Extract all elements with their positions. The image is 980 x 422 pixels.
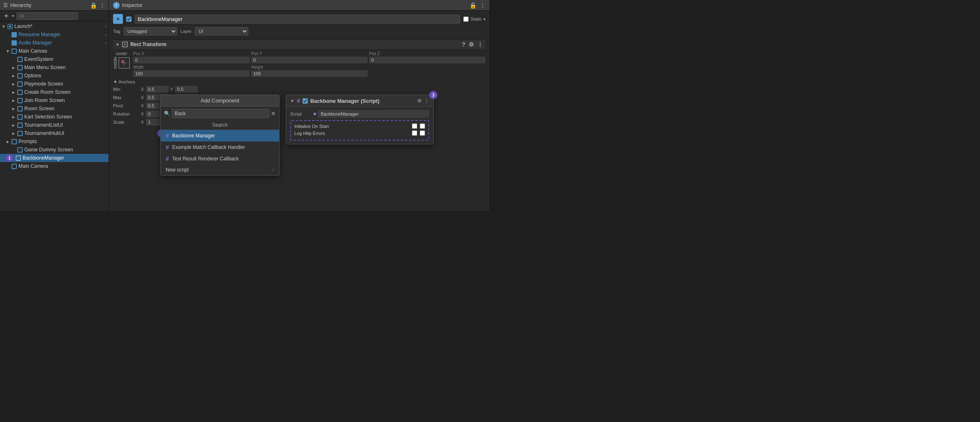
tree-icon-rm <box>11 31 17 38</box>
tree-icon-pr <box>11 138 17 145</box>
tree-icon-opt <box>16 72 23 79</box>
anchor-min-y-input[interactable] <box>175 86 198 93</box>
anchor-max-x-letter: X <box>141 95 145 100</box>
rect-transform-section: ▼ Rect Transform ? ⚙ ⋮ <box>113 39 485 49</box>
ac-search-input[interactable] <box>172 109 269 118</box>
tree-arrow-tl: ► <box>12 123 16 128</box>
pos-z-input[interactable] <box>369 57 485 63</box>
go-active-checkbox[interactable] <box>126 16 132 22</box>
tree-label-tl: TournamentListUI <box>24 122 63 128</box>
anchor-widget[interactable] <box>118 57 130 69</box>
tree-item-backbone-manager[interactable]: 1 BackboneManager <box>0 154 109 162</box>
inspector-header: i Inspector 🔒 ⋮ <box>109 0 490 11</box>
tag-dropdown[interactable]: Untagged <box>124 27 177 35</box>
tree-icon-crs <box>16 89 23 95</box>
tree-icon-tl <box>16 122 23 128</box>
sp-script-label: Script <box>290 111 311 116</box>
tree-label-pr: Prompts <box>18 139 37 144</box>
tree-item-kart-selection[interactable]: ► Kart Selection Screen <box>0 113 109 121</box>
rt-title: Rect Transform <box>130 42 166 47</box>
tree-item-room-screen[interactable]: ► Room Screen <box>0 104 109 113</box>
ac-item-backbone-manager[interactable]: # Backbone Manager <box>161 130 279 141</box>
svg-rect-1 <box>9 26 11 28</box>
tree-arrow-opt: ► <box>12 74 16 78</box>
tree-icon-launch <box>7 23 13 30</box>
hierarchy-more-icon[interactable]: ⋮ <box>99 2 105 9</box>
width-input[interactable] <box>133 70 250 77</box>
svg-rect-7 <box>121 60 124 63</box>
tree-item-tournament-list[interactable]: ► TournamentListUI <box>0 121 109 129</box>
tree-item-join-room-screen[interactable]: ► Join Room Screen <box>0 96 109 104</box>
tree-arrow-ps: ► <box>12 82 16 86</box>
tree-label-rm: Resource Manager <box>18 32 60 37</box>
pos-x-input[interactable] <box>133 57 250 63</box>
tag-layer-row: Tag Untagged Layer UI <box>113 27 485 35</box>
tree-icon-bm <box>15 155 21 161</box>
tree-item-main-canvas[interactable]: ▼ Main Canvas <box>0 47 109 55</box>
tree-item-game-dummy[interactable]: Game Dummy Screen <box>0 146 109 154</box>
tree-label-mms: Main Menu Screen <box>24 65 66 70</box>
sp-script-value: BackboneManager <box>318 110 429 118</box>
sp-checkbox-log2[interactable] <box>420 130 425 136</box>
tree-item-tournament-hub[interactable]: ► TournamentHubUI <box>0 129 109 137</box>
tree-arrow-crs: ► <box>12 90 16 95</box>
rt-more-icon[interactable]: ⋮ <box>477 41 483 48</box>
go-name-input[interactable] <box>135 15 460 23</box>
tree-icon-es <box>16 56 23 63</box>
scale-x-letter: X <box>141 120 145 125</box>
tree-arrow-th: ► <box>12 131 16 136</box>
rt-settings-icon[interactable]: ⚙ <box>469 41 474 48</box>
sp-settings-icon[interactable]: ⚙ <box>417 98 422 104</box>
tree-arrow-launch: ▼ <box>2 24 7 29</box>
hierarchy-search[interactable] <box>16 12 78 20</box>
tree-item-event-system[interactable]: EventSystem <box>0 55 109 63</box>
tree-item-launch[interactable]: ▼ Launch* › <box>0 22 109 30</box>
ac-label-backbone-manager: Backbone Manager <box>172 133 215 139</box>
inspector-more-icon[interactable]: ⋮ <box>480 2 485 9</box>
ac-item-example-match[interactable]: # Example Match Callback Handler <box>161 141 279 153</box>
sp-checkbox-init[interactable] <box>412 123 417 129</box>
tree-label-cam: Main Camera <box>18 163 48 169</box>
tree-label-ks: Kart Selection Screen <box>24 114 72 120</box>
tree-item-options[interactable]: ► Options <box>0 72 109 80</box>
pos-y-input[interactable] <box>251 57 368 63</box>
ac-item-test-result[interactable]: # Test Result Renderer Callback <box>161 153 279 165</box>
static-checkbox[interactable] <box>463 16 469 22</box>
gameobject-name-row: Static ▾ <box>113 14 485 24</box>
static-dropdown-arrow[interactable]: ▾ <box>483 17 485 21</box>
tree-item-audio-manager[interactable]: Audio Manager › <box>0 39 109 47</box>
tree-item-main-menu-screen[interactable]: ► Main Menu Screen <box>0 63 109 72</box>
ac-item-new-script[interactable]: New script › <box>161 165 279 175</box>
tree-label-bm: BackboneManager <box>23 155 64 161</box>
layer-dropdown[interactable]: UI <box>195 27 248 35</box>
scale-label: Scale <box>113 120 138 125</box>
rt-help-icon[interactable]: ? <box>462 41 465 48</box>
tree-icon-jrs <box>16 97 23 104</box>
tree-item-create-room-screen[interactable]: ► Create Room Screen <box>0 88 109 96</box>
height-input[interactable] <box>251 70 368 77</box>
dropdown-arrow[interactable]: ▾ <box>12 14 14 18</box>
ac-label-new-script: New script <box>166 167 189 173</box>
sp-script-row: Script ■ BackboneManager <box>290 110 429 118</box>
sp-enabled-checkbox[interactable] <box>303 98 308 104</box>
sp-checkbox-init2[interactable] <box>420 123 425 129</box>
sp-dashed-box: Initialize On Start Log Http Errors <box>290 120 429 141</box>
hierarchy-panel: ☰ Hierarchy 🔒 ⋮ + ▾ ▼ Launch* › <box>0 0 109 211</box>
tree-item-main-camera[interactable]: Main Camera <box>0 162 109 170</box>
ac-clear-button[interactable]: ✕ <box>271 110 276 117</box>
hierarchy-lock-icon[interactable]: 🔒 <box>90 2 97 9</box>
rt-arrow[interactable]: ▼ <box>116 42 120 47</box>
tree-item-resource-manager[interactable]: Resource Manager › <box>0 30 109 39</box>
tree-arrow-rm <box>6 32 11 37</box>
pos-y-group: Pos Y <box>251 51 368 63</box>
add-button[interactable]: + <box>3 12 9 20</box>
tree-item-prompts[interactable]: ► Prompts <box>0 137 109 146</box>
tree-label-th: TournamentHubUI <box>24 130 64 136</box>
inspector-lock-icon[interactable]: 🔒 <box>469 2 476 9</box>
pos-z-label: Pos Z <box>369 51 485 56</box>
tree-item-playmode-screen[interactable]: ► Playmode Screen <box>0 80 109 88</box>
anchor-min-x-input[interactable] <box>146 86 169 93</box>
pos-x-label: Pos X <box>133 51 250 56</box>
sp-field-log-http: Log Http Errors <box>294 130 425 136</box>
sp-checkbox-log[interactable] <box>412 130 417 136</box>
